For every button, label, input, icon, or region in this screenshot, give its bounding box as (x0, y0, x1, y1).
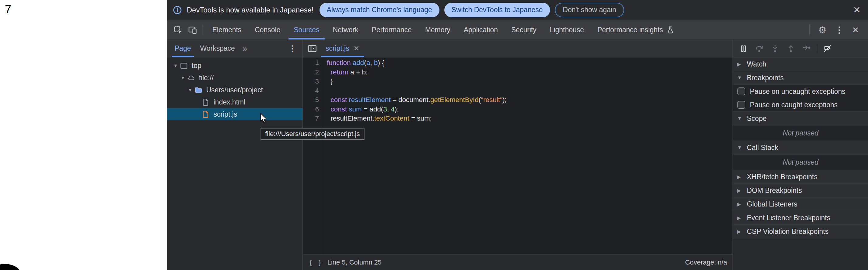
editor-tab-script-js[interactable]: script.js ✕ (319, 40, 365, 57)
devtools-window: DevTools is now available in Japanese! A… (167, 0, 868, 270)
infobar-button-switch-devtools-to-japanese[interactable]: Switch DevTools to Japanese (444, 3, 550, 17)
caret-right-icon: ▶ (737, 215, 743, 221)
tab-lighthouse[interactable]: Lighthouse (543, 20, 591, 39)
tab-security[interactable]: Security (504, 20, 543, 39)
caret-right-icon: ▶ (737, 201, 743, 207)
section-header-dom-breakpoints[interactable]: ▶DOM Breakpoints (733, 184, 868, 198)
checkbox-row-pause-on-caught-exceptions[interactable]: Pause on caught exceptions (733, 98, 868, 112)
section-label: Global Listeners (747, 200, 797, 208)
line-number[interactable]: 5 (303, 95, 319, 105)
document-icon (202, 110, 210, 118)
infobar-close-button[interactable]: ✕ (853, 5, 861, 14)
tab-memory[interactable]: Memory (418, 20, 457, 39)
section-label: Event Listener Breakpoints (747, 214, 830, 222)
section-body-call-stack: Not paused (733, 155, 868, 170)
editor-tab-close-icon[interactable]: ✕ (353, 44, 359, 53)
pretty-print-braces-icon[interactable]: { } (309, 259, 322, 266)
section-body-scope: Not paused (733, 125, 868, 141)
section-label: Call Stack (747, 144, 778, 152)
line-number[interactable]: 6 (303, 105, 319, 114)
code-content: function add(a, b) { return a + b; } con… (323, 57, 733, 254)
navigator-menu-kebab-icon[interactable]: ⋮ (285, 44, 300, 54)
tree-item-top[interactable]: ▾top (167, 60, 303, 72)
tree-item-file[interactable]: ▾file:// (167, 72, 303, 84)
section-header-csp-violation-breakpoints[interactable]: ▶CSP Violation Breakpoints (733, 225, 868, 238)
code-line-6: const sum = add(3, 4); (327, 105, 733, 114)
toolbar-divider (203, 25, 203, 35)
toolbar-right: ⚙ ⋮ ✕ (805, 20, 868, 39)
corner-shape (0, 264, 22, 270)
page-result-text: 7 (5, 3, 11, 16)
tab-console[interactable]: Console (248, 20, 287, 39)
editor-pane: script.js ✕ 1234567 function add(a, b) {… (303, 40, 733, 270)
section-body-breakpoints: Pause on uncaught exceptionsPause on cau… (733, 85, 868, 112)
section-label: Watch (747, 60, 766, 68)
more-tabs-chevron-icon[interactable]: » (239, 44, 250, 54)
device-toolbar-icon[interactable] (185, 20, 200, 39)
tab-label: Performance insights (597, 26, 663, 34)
navigator-tab-workspace[interactable]: Workspace (195, 40, 240, 57)
section-header-breakpoints[interactable]: ▼Breakpoints (733, 71, 868, 85)
section-header-watch[interactable]: ▶Watch (733, 57, 868, 71)
step-over-icon[interactable] (751, 40, 767, 57)
caret-down-icon: ▼ (737, 145, 743, 150)
line-number[interactable]: 1 (303, 58, 319, 68)
editor-statusbar: { } Line 5, Column 25 Coverage: n/a (303, 254, 733, 270)
coverage-label: Coverage: n/a (685, 259, 727, 266)
tab-elements[interactable]: Elements (206, 20, 248, 39)
frame-icon (180, 62, 188, 70)
tree-item-index-html[interactable]: index.html (167, 96, 303, 108)
checkbox-label: Pause on uncaught exceptions (750, 87, 845, 96)
checkbox[interactable] (737, 87, 745, 95)
code-line-2: return a + b; (327, 68, 733, 77)
flask-icon (666, 26, 675, 34)
tab-label: Memory (425, 26, 451, 34)
collapse-sidebar-icon[interactable] (307, 44, 317, 54)
tab-performance[interactable]: Performance (365, 20, 418, 39)
inspect-element-icon[interactable] (171, 20, 185, 39)
navigator-tab-page[interactable]: Page (170, 40, 195, 57)
tab-application[interactable]: Application (457, 20, 505, 39)
tree-item-users-user-project[interactable]: ▾Users/user/project (167, 84, 303, 96)
caret-right-icon: ▶ (737, 229, 743, 235)
section-header-scope[interactable]: ▼Scope (733, 112, 868, 125)
devtools-close-icon[interactable]: ✕ (848, 25, 863, 35)
line-number[interactable]: 7 (303, 114, 319, 123)
infobar-message: DevTools is now available in Japanese! (187, 6, 314, 14)
code-editor[interactable]: 1234567 function add(a, b) { return a + … (303, 57, 733, 254)
caret-down-icon: ▼ (737, 75, 743, 81)
tree-item-script-js[interactable]: script.js (167, 108, 303, 120)
step-out-icon[interactable] (783, 40, 799, 57)
checkbox-row-pause-on-uncaught-exceptions[interactable]: Pause on uncaught exceptions (733, 85, 868, 98)
step-icon[interactable] (799, 40, 814, 57)
section-header-call-stack[interactable]: ▼Call Stack (733, 141, 868, 155)
tree-expand-arrow-icon[interactable]: ▾ (186, 87, 194, 93)
infobar-button-don-t-show-again[interactable]: Don't show again (555, 3, 624, 17)
tree-expand-arrow-icon[interactable]: ▾ (172, 62, 179, 69)
settings-gear-icon[interactable]: ⚙ (814, 25, 831, 35)
navigator-pane: PageWorkspace » ⋮ ▾top▾file://▾Users/use… (167, 40, 303, 270)
line-number[interactable]: 4 (303, 86, 319, 96)
tree-expand-arrow-icon[interactable]: ▾ (179, 74, 186, 81)
section-label: Breakpoints (747, 74, 783, 82)
pause-icon[interactable] (736, 40, 751, 57)
checkbox[interactable] (737, 101, 745, 109)
infobar-button-always-match-chrome-s-language[interactable]: Always match Chrome's language (319, 3, 439, 17)
line-number-gutter: 1234567 (303, 57, 323, 254)
navigator-toolbar: PageWorkspace » ⋮ (167, 40, 303, 57)
document-icon (202, 98, 210, 106)
section-header-event-listener-breakpoints[interactable]: ▶Event Listener Breakpoints (733, 211, 868, 225)
tab-performance-insights[interactable]: Performance insights (591, 20, 681, 39)
section-header-global-listeners[interactable]: ▶Global Listeners (733, 198, 868, 211)
tab-label: Application (464, 26, 498, 34)
tab-sources[interactable]: Sources (287, 20, 326, 39)
deactivate-breakpoints-icon[interactable] (820, 40, 836, 57)
checkbox-label: Pause on caught exceptions (750, 101, 838, 109)
tab-network[interactable]: Network (326, 20, 365, 39)
line-number[interactable]: 3 (303, 77, 319, 86)
line-number[interactable]: 2 (303, 68, 319, 77)
more-options-kebab-icon[interactable]: ⋮ (831, 25, 848, 35)
section-header-xhr-fetch-breakpoints[interactable]: ▶XHR/fetch Breakpoints (733, 170, 868, 184)
tab-label: Sources (294, 26, 319, 34)
step-into-icon[interactable] (767, 40, 783, 57)
